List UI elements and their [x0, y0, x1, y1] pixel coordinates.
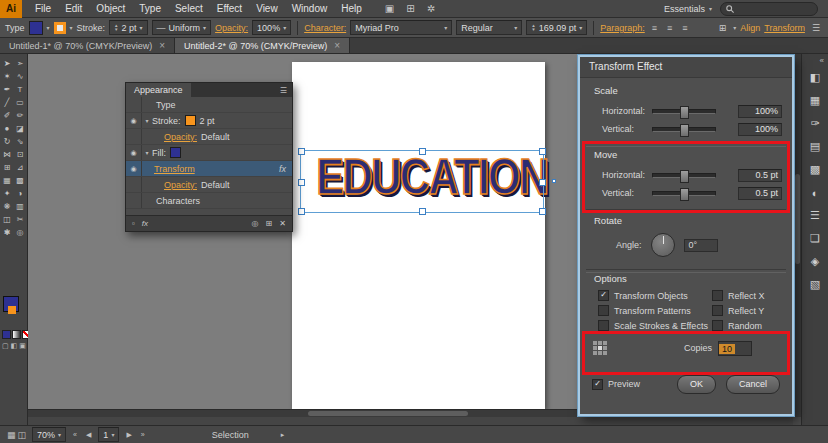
slice-tool[interactable]: ✂ [14, 213, 27, 226]
menu-file[interactable]: File [28, 3, 58, 14]
new-stroke-icon[interactable]: ▫ [132, 219, 135, 228]
transform-effect-link[interactable]: Transform [154, 164, 195, 174]
align-left-icon[interactable]: ≡ [649, 23, 660, 33]
rotate-tool[interactable]: ↻ [1, 135, 14, 148]
checkbox-icon[interactable] [712, 290, 723, 301]
move-vertical-value[interactable]: 0.5 pt [738, 187, 782, 200]
selection-handle[interactable] [539, 179, 546, 186]
chevron-down-icon[interactable]: ▾ [514, 24, 517, 31]
move-vertical-slider[interactable] [652, 191, 716, 196]
vertical-scrollbar[interactable] [793, 54, 801, 409]
stroke-color-swatch[interactable] [8, 306, 16, 314]
align-link[interactable]: Align [740, 23, 760, 33]
cs-services-icon[interactable]: ✲ [421, 3, 441, 14]
paintbrush-tool[interactable]: ✐ [1, 109, 14, 122]
font-size-field[interactable]: ▲▼ 169.09 pt ▾ [526, 20, 587, 35]
opacity-link[interactable]: Opacity: [164, 132, 197, 142]
disclosure-icon[interactable]: ▾ [142, 117, 152, 124]
angle-value[interactable]: 0° [684, 239, 718, 252]
menu-view[interactable]: View [249, 3, 285, 14]
slider-thumb[interactable] [680, 124, 689, 137]
selection-handle[interactable] [539, 148, 546, 155]
random-checkbox[interactable]: Random [712, 319, 762, 332]
chevron-down-icon[interactable]: ▾ [444, 24, 447, 31]
menu-object[interactable]: Object [89, 3, 132, 14]
workspace-switcher[interactable]: Essentials ▾ [656, 4, 720, 14]
chevron-down-icon[interactable]: ▾ [47, 24, 50, 31]
direct-selection-tool[interactable]: ➣ [14, 57, 27, 70]
checkbox-icon[interactable] [712, 320, 723, 331]
character-link[interactable]: Character: [304, 23, 346, 33]
free-transform-tool[interactable]: ⊡ [14, 148, 27, 161]
dialog-title-bar[interactable]: Transform Effect [580, 57, 792, 78]
menu-window[interactable]: Window [285, 3, 335, 14]
scrollbar-thumb[interactable] [308, 411, 468, 416]
opacity-field[interactable]: 100% ▾ [252, 20, 291, 35]
chevron-down-icon[interactable]: ▾ [140, 24, 143, 31]
chevron-down-icon[interactable]: ▾ [579, 24, 582, 31]
transform-objects-checkbox[interactable]: ✓ Transform Objects [598, 289, 688, 302]
selection-handle[interactable] [419, 148, 426, 155]
font-style-dropdown[interactable]: Regular ▾ [456, 20, 522, 35]
bridge-icon[interactable]: ▣ [379, 3, 400, 14]
chevron-down-icon[interactable]: ▾ [70, 24, 73, 31]
scale-vertical-slider[interactable] [652, 127, 716, 132]
fill-color-chip[interactable] [170, 147, 181, 158]
move-horizontal-value[interactable]: 0.5 pt [738, 169, 782, 182]
menu-effect[interactable]: Effect [210, 3, 249, 14]
status-indicator[interactable]: Selection [212, 430, 249, 440]
column-graph-tool[interactable]: ▥ [14, 200, 27, 213]
first-artboard-icon[interactable]: « [71, 431, 79, 438]
transform-patterns-checkbox[interactable]: Transform Patterns [598, 304, 691, 317]
slider-thumb[interactable] [680, 106, 689, 119]
checkbox-icon[interactable] [598, 305, 609, 316]
color-button[interactable] [2, 330, 11, 339]
appearance-row-fill-opacity[interactable]: Opacity: Default [126, 177, 292, 193]
visibility-eye-icon[interactable]: ◉ [126, 161, 142, 176]
symbols-panel-icon[interactable]: ◈ [803, 250, 827, 273]
appearance-row-type[interactable]: Type [126, 97, 292, 113]
document-setup-icon[interactable]: ⊞ [716, 23, 730, 33]
transparency-panel-icon[interactable]: ◐ [803, 181, 827, 204]
eraser-tool[interactable]: ◪ [14, 122, 27, 135]
tab-untitled-1[interactable]: Untitled-1* @ 70% (CMYK/Preview) × [0, 38, 175, 53]
stroke-profile-dropdown[interactable]: — Uniform ▾ [152, 20, 212, 35]
chevron-down-icon[interactable]: ▾ [733, 24, 736, 31]
checkbox-icon[interactable] [598, 320, 609, 331]
slider-thumb[interactable] [680, 170, 689, 183]
stroke-color-chip[interactable] [185, 115, 196, 126]
menu-edit[interactable]: Edit [58, 3, 89, 14]
status-artboard-icon[interactable]: ◫ [17, 430, 28, 440]
stepper-icon[interactable]: ▲▼ [114, 24, 118, 32]
selection-handle[interactable] [298, 208, 305, 215]
perspective-grid-tool[interactable]: ⊿ [14, 161, 27, 174]
menu-type[interactable]: Type [132, 3, 168, 14]
blend-tool[interactable]: ◑ [14, 187, 27, 200]
gradient-button[interactable] [12, 330, 21, 339]
stroke-panel-icon[interactable]: ▤ [803, 135, 827, 158]
last-artboard-icon[interactable]: » [139, 431, 147, 438]
transform-link[interactable]: Transform [764, 23, 805, 33]
scale-strokes-effects-checkbox[interactable]: Scale Strokes & Effects [598, 319, 708, 332]
visibility-eye-icon[interactable]: ◉ [126, 113, 142, 128]
magic-wand-tool[interactable]: ✶ [1, 70, 14, 83]
width-tool[interactable]: ⋈ [1, 148, 14, 161]
close-icon[interactable]: × [159, 40, 165, 51]
hand-tool[interactable]: ✱ [1, 226, 14, 239]
gradient-panel-icon[interactable]: ▩ [803, 158, 827, 181]
checkbox-icon[interactable] [712, 305, 723, 316]
eyedropper-tool[interactable]: ✦ [1, 187, 14, 200]
appearance-row-stroke[interactable]: ◉ ▾ Stroke: 2 pt [126, 113, 292, 129]
fullscreen-mode-icon[interactable]: ▣ [19, 342, 26, 350]
fill-swatch[interactable] [29, 21, 43, 35]
normal-screen-mode-icon[interactable]: ▢ [2, 342, 9, 350]
stroke-swatch[interactable] [54, 22, 66, 34]
appearance-panel-icon[interactable]: ☰ [803, 204, 827, 227]
artboard-navigation-field[interactable]: 1 ▾ [98, 427, 119, 442]
reference-point-icon[interactable] [593, 341, 607, 355]
scrollbar-thumb[interactable] [795, 174, 800, 264]
blob-brush-tool[interactable]: ● [1, 122, 14, 135]
preview-checkbox[interactable]: ✓ Preview [592, 378, 640, 391]
scale-horizontal-value[interactable]: 100% [738, 105, 782, 118]
artboard-tool[interactable]: ◫ [1, 213, 14, 226]
